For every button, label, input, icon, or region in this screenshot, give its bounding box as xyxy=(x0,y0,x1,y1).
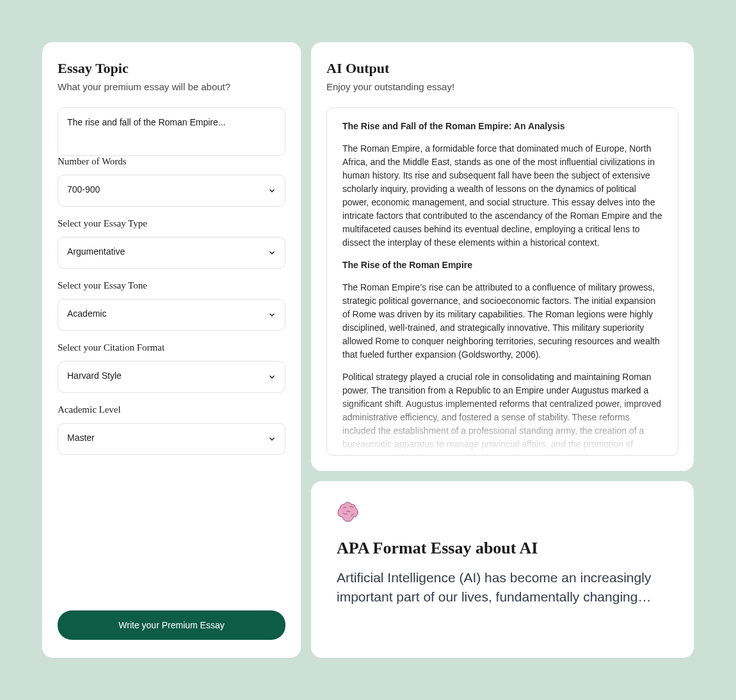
essay-type-label: Select your Essay Type xyxy=(58,218,285,229)
essay-output-content: The Rise and Fall of the Roman Empire: A… xyxy=(326,107,678,456)
write-essay-button[interactable]: Write your Premium Essay xyxy=(58,610,285,640)
essay-paragraph: The Roman Empire's rise can be attribute… xyxy=(342,281,662,362)
essay-tone-label: Select your Essay Tone xyxy=(58,280,285,291)
citation-format-select[interactable]: Harvard Style xyxy=(58,361,285,393)
brain-icon xyxy=(337,500,364,523)
academic-level-label: Academic Level xyxy=(58,404,285,415)
citation-format-label: Select your Citation Format xyxy=(58,342,285,353)
essay-topic-subtitle: What your premium essay will be about? xyxy=(58,81,285,92)
words-select[interactable]: 700-900 xyxy=(58,175,285,207)
apa-essay-card[interactable]: APA Format Essay about AI Artificial Int… xyxy=(311,481,694,658)
essay-heading: The Rise and Fall of the Roman Empire: A… xyxy=(342,120,662,133)
ai-output-panel: AI Output Enjoy your outstanding essay! … xyxy=(311,42,694,471)
essay-tone-select[interactable]: Academic xyxy=(58,299,285,331)
essay-type-select[interactable]: Argumentative xyxy=(58,237,285,269)
essay-topic-input[interactable] xyxy=(58,107,285,156)
essay-paragraph: The Roman Empire, a formidable force tha… xyxy=(342,142,662,250)
essay-heading: The Rise of the Roman Empire xyxy=(342,259,662,272)
ai-output-title: AI Output xyxy=(326,60,678,77)
ai-output-subtitle: Enjoy your outstanding essay! xyxy=(326,81,678,92)
essay-form-panel: Essay Topic What your premium essay will… xyxy=(42,42,301,658)
words-label: Number of Words xyxy=(58,156,285,167)
academic-level-select[interactable]: Master xyxy=(58,423,285,455)
apa-card-title: APA Format Essay about AI xyxy=(337,539,668,558)
essay-topic-title: Essay Topic xyxy=(58,60,285,77)
essay-paragraph: Political strategy played a crucial role… xyxy=(342,370,662,456)
apa-card-text: Artificial Intelligence (AI) has become … xyxy=(337,568,668,607)
